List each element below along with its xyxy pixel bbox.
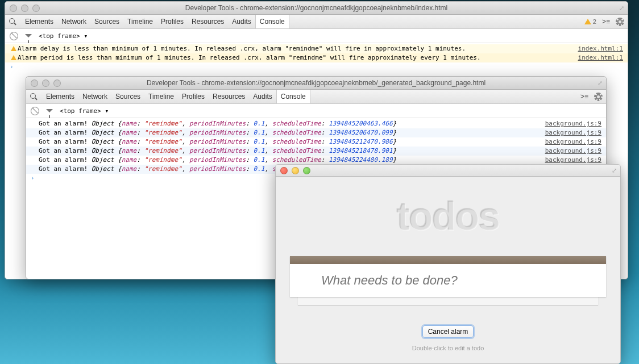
minimize-dot[interactable]: [292, 167, 299, 174]
tab-network[interactable]: Network: [57, 15, 90, 28]
source-link[interactable]: background.js:9: [545, 156, 601, 165]
todos-window: ⤢ todos Cancel alarm Double-click to edi…: [275, 164, 621, 364]
console-row-log: Got an alarm! Object {name: "remindme", …: [26, 128, 606, 137]
warning-icon: [11, 46, 16, 51]
warning-icon: [11, 55, 16, 60]
card-header-bar: [290, 256, 606, 264]
todo-card: [290, 256, 606, 297]
window-title: Developer Tools - chrome-extension://goc…: [26, 79, 606, 87]
source-link[interactable]: background.js:9: [545, 137, 601, 147]
filter-icon[interactable]: [46, 109, 53, 112]
console-toolbar: <top frame> ▾: [26, 104, 606, 118]
expand-icon[interactable]: ⤢: [597, 80, 603, 87]
tab-timeline[interactable]: Timeline: [144, 90, 178, 103]
new-todo-input[interactable]: [290, 264, 606, 297]
footnote: Double-click to edit a todo: [276, 345, 620, 352]
source-link[interactable]: background.js:9: [545, 128, 601, 137]
tab-network[interactable]: Network: [78, 90, 111, 103]
tab-sources[interactable]: Sources: [90, 15, 123, 28]
filter-icon[interactable]: [25, 34, 32, 37]
gear-icon[interactable]: [594, 93, 603, 101]
console-message: Got an alarm! Object {name: "remindme", …: [39, 156, 541, 165]
tab-audits[interactable]: Audits: [228, 15, 255, 28]
drawer-toggle-icon[interactable]: >≡: [602, 18, 610, 26]
console-message: Alarm period is less than minimum of 1 m…: [18, 53, 574, 62]
console-row-log: Got an alarm! Object {name: "remindme", …: [26, 137, 606, 147]
clear-console-icon[interactable]: [10, 32, 18, 40]
gear-icon[interactable]: [616, 18, 624, 26]
source-link[interactable]: background.js:9: [545, 147, 601, 156]
tab-timeline[interactable]: Timeline: [123, 15, 157, 28]
app-heading: todos: [276, 194, 620, 239]
console-toolbar: <top frame> ▾: [5, 29, 628, 43]
console-message: Got an alarm! Object {name: "remindme", …: [39, 119, 541, 128]
console-message: Got an alarm! Object {name: "remindme", …: [39, 147, 541, 156]
tab-sources[interactable]: Sources: [111, 90, 144, 103]
source-link[interactable]: index.html:1: [578, 53, 623, 62]
frame-selector[interactable]: <top frame> ▾: [60, 107, 109, 115]
tab-resources[interactable]: Resources: [188, 15, 228, 28]
tab-resources[interactable]: Resources: [209, 90, 249, 103]
console-row-warning: Alarm delay is less than minimum of 1 mi…: [5, 44, 628, 53]
tab-console[interactable]: Console: [276, 90, 310, 103]
zoom-dot[interactable]: [303, 167, 310, 174]
tab-profiles[interactable]: Profiles: [157, 15, 188, 28]
console-row-warning: Alarm period is less than minimum of 1 m…: [5, 53, 628, 62]
window-title: Developer Tools - chrome-extension://goc…: [5, 4, 628, 12]
expand-icon[interactable]: ⤢: [619, 5, 624, 12]
close-dot[interactable]: [280, 167, 288, 174]
expand-icon[interactable]: ⤢: [612, 167, 617, 174]
search-icon[interactable]: [30, 93, 38, 101]
warning-icon: [584, 19, 591, 24]
warning-badge[interactable]: 2: [584, 18, 596, 25]
drawer-toggle-icon[interactable]: >≡: [580, 93, 588, 101]
titlebar[interactable]: Developer Tools - chrome-extension://goc…: [5, 2, 628, 15]
devtools-panel-tabs: Elements Network Sources Timeline Profil…: [26, 90, 606, 104]
console-row-log: Got an alarm! Object {name: "remindme", …: [26, 156, 606, 165]
tab-profiles[interactable]: Profiles: [178, 90, 209, 103]
console-output: Alarm delay is less than minimum of 1 mi…: [5, 43, 628, 73]
search-icon[interactable]: [9, 18, 16, 26]
tab-elements[interactable]: Elements: [42, 90, 78, 103]
titlebar[interactable]: Developer Tools - chrome-extension://goc…: [26, 77, 606, 90]
console-message: Got an alarm! Object {name: "remindme", …: [39, 137, 541, 147]
traffic-lights: [280, 167, 310, 174]
clear-console-icon[interactable]: [31, 107, 39, 115]
console-message: Alarm delay is less than minimum of 1 mi…: [18, 44, 574, 53]
console-row-log: Got an alarm! Object {name: "remindme", …: [26, 147, 606, 156]
console-row-log: Got an alarm! Object {name: "remindme", …: [26, 119, 606, 128]
source-link[interactable]: background.js:9: [545, 119, 601, 128]
frame-selector[interactable]: <top frame> ▾: [39, 32, 88, 40]
titlebar[interactable]: ⤢: [276, 165, 620, 177]
devtools-panel-tabs: Elements Network Sources Timeline Profil…: [5, 15, 628, 29]
source-link[interactable]: index.html:1: [578, 44, 623, 53]
console-prompt[interactable]: ›: [5, 62, 628, 72]
tab-audits[interactable]: Audits: [249, 90, 276, 103]
cancel-alarm-button[interactable]: Cancel alarm: [422, 325, 474, 338]
tab-elements[interactable]: Elements: [21, 15, 57, 28]
tab-console[interactable]: Console: [255, 15, 289, 28]
console-message: Got an alarm! Object {name: "remindme", …: [39, 128, 541, 137]
